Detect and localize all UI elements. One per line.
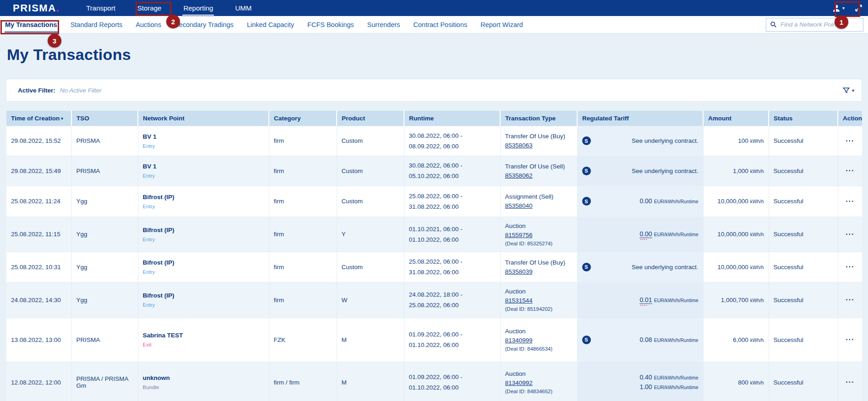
annotation-badge-1: 1 (835, 15, 848, 29)
transaction-id-link[interactable]: 85358062 (505, 172, 533, 179)
row-actions-button[interactable]: ··· (846, 230, 854, 238)
transaction-id-link[interactable]: 81559756 (505, 232, 533, 238)
annotation-badge-2: 2 (166, 15, 180, 28)
subnav-surrenders[interactable]: Surrenders (367, 17, 401, 33)
filter-label: Active Filter: (18, 87, 55, 94)
cell-time: 25.08.2022, 11:15 (6, 217, 71, 252)
annotation-badge-3: 3 (48, 34, 61, 48)
col-network-point[interactable]: Network Point (138, 111, 269, 126)
row-actions-button[interactable]: ··· (846, 197, 854, 205)
table-header-row: Time of Creation▾ TSO Network Point Cate… (6, 111, 862, 126)
cell-status: Successful (769, 186, 838, 217)
col-status[interactable]: Status (769, 111, 838, 126)
cell-status: Successful (769, 126, 838, 156)
subnav-auctions[interactable]: Auctions (135, 17, 162, 33)
cell-time: 29.08.2022, 15:49 (6, 156, 71, 186)
cell-actions: ··· (838, 156, 862, 186)
cell-transaction-type: Transfer Of Use (Sell)85358062 (500, 156, 577, 186)
prisma-logo[interactable]: PRISMA. (13, 0, 60, 16)
cell-regulated-tariff: S0.08EUR/kWh/h/Runtime (577, 318, 703, 362)
cell-regulated-tariff: 0.00EUR/kWh/h/Runtime (577, 217, 703, 252)
col-category[interactable]: Category (269, 111, 337, 126)
cell-time: 24.08.2022, 14:30 (6, 282, 71, 318)
cell-product: Y (337, 217, 404, 252)
cell-status: Successful (769, 318, 838, 362)
cell-tso: PRISMA (71, 318, 138, 362)
transaction-id-link[interactable]: 85358040 (505, 202, 533, 209)
cell-tso: Ygg (71, 282, 138, 318)
table-row: 29.08.2022, 15:49 PRISMA BV 1Entry firm … (6, 156, 862, 186)
cell-runtime: 01.09.2022, 06:00 - 01.10.2022, 06:00 (404, 362, 500, 401)
network-point-name: Bifrost (IP) (143, 227, 264, 233)
cell-regulated-tariff: S0.00EUR/kWh/h/Runtime (577, 186, 703, 217)
col-runtime[interactable]: Runtime (404, 111, 500, 126)
subnav-secondary-tradings[interactable]: Secondary Tradings (174, 17, 234, 33)
network-point-search (766, 18, 863, 32)
row-actions-button[interactable]: ··· (846, 137, 854, 145)
active-filter-bar: Active Filter: No Active Filter ▾ (6, 79, 862, 102)
tariff-value-with-note: 0.01 (639, 296, 652, 304)
row-actions-button[interactable]: ··· (846, 378, 854, 386)
col-time-of-creation[interactable]: Time of Creation▾ (6, 111, 71, 126)
cell-runtime: 24.08.2022, 18:00 - 25.08.2022, 06:00 (404, 282, 500, 318)
cell-category: FZK (269, 318, 337, 362)
col-transaction-type[interactable]: Transaction Type (500, 111, 577, 126)
table-row: 13.08.2022, 13:00 PRISMA Sabrina TESTExi… (6, 318, 862, 362)
cell-actions: ··· (838, 186, 862, 217)
cell-product: Custom (337, 126, 404, 156)
cell-amount: 10,000,000kWh/h (703, 186, 769, 217)
logo-dot: . (56, 2, 60, 14)
col-regulated-tariff[interactable]: Regulated Tariff (577, 111, 703, 126)
col-actions[interactable]: Actions (838, 111, 862, 126)
cell-tso: Ygg (71, 186, 138, 217)
cell-regulated-tariff: SSee underlying contract. (577, 126, 703, 156)
cell-product: W (337, 282, 404, 318)
row-actions-button[interactable]: ··· (846, 167, 854, 174)
transaction-id-link[interactable]: 85358039 (505, 268, 533, 275)
row-actions-button[interactable]: ··· (846, 296, 854, 303)
cell-runtime: 30.08.2022, 06:00 - 08.09.2022, 06:00 (404, 126, 500, 156)
cell-runtime: 25.08.2022, 06:00 - 31.08.2022, 06:00 (404, 252, 500, 282)
subnav-report-wizard[interactable]: Report Wizard (480, 17, 524, 33)
transaction-id-link[interactable]: 81531544 (505, 297, 533, 304)
tariff-value-with-note: 0.00 (639, 230, 652, 238)
row-actions-button[interactable]: ··· (846, 336, 854, 343)
transaction-id-link[interactable]: 81340992 (505, 379, 533, 386)
cell-regulated-tariff: 0.40EUR/kWh/h/Runtime1.00EUR/kWh/h/Runti… (577, 362, 703, 401)
col-amount[interactable]: Amount (703, 111, 769, 126)
cell-category: firm (269, 156, 337, 186)
cell-actions: ··· (838, 282, 862, 318)
transaction-id-link[interactable]: 85358063 (505, 142, 533, 149)
nav-reporting[interactable]: Reporting (182, 0, 214, 16)
table-row: 25.08.2022, 10:31 Ygg Bifrost (IP)Entry … (6, 252, 862, 282)
cell-transaction-type: Transfer Of Use (Buy)85358063 (500, 126, 577, 156)
cell-time: 25.08.2022, 10:31 (6, 252, 71, 282)
filter-funnel-icon (842, 87, 850, 94)
cell-regulated-tariff: 0.01EUR/kWh/h/Runtime (577, 282, 703, 318)
cell-product: M (337, 362, 404, 401)
transaction-id-link[interactable]: 81340999 (505, 337, 533, 344)
col-product[interactable]: Product (337, 111, 404, 126)
filter-menu-button[interactable]: ▾ (842, 87, 854, 94)
surcharge-icon: S (582, 336, 591, 344)
cell-category: firm / firm (269, 362, 337, 401)
cell-status: Successful (769, 362, 838, 401)
nav-transport[interactable]: Transport (85, 0, 116, 16)
cell-transaction-type: Transfer Of Use (Buy)85358039 (500, 252, 577, 282)
cell-status: Successful (769, 252, 838, 282)
network-point-name: Sabrina TEST (143, 332, 264, 339)
subnav-fcfs-bookings[interactable]: FCFS Bookings (307, 17, 355, 33)
row-actions-button[interactable]: ··· (846, 263, 854, 271)
nav-umm[interactable]: UMM (234, 0, 252, 16)
surcharge-icon: S (582, 263, 591, 271)
cell-amount: 10,000,000kWh/h (703, 217, 769, 252)
transactions-table: Time of Creation▾ TSO Network Point Cate… (6, 111, 862, 401)
table-row: 29.08.2022, 15:52 PRISMA BV 1Entry firm … (6, 126, 862, 156)
subnav-standard-reports[interactable]: Standard Reports (70, 17, 123, 33)
cell-amount: 800kWh/h (703, 362, 769, 401)
cell-runtime: 01.09.2022, 06:00 - 01.10.2022, 06:00 (404, 318, 500, 362)
subnav-linked-capacity[interactable]: Linked Capacity (246, 17, 295, 33)
col-tso[interactable]: TSO (71, 111, 138, 126)
subnav-contract-positions[interactable]: Contract Positions (413, 17, 468, 33)
cell-network-point: Sabrina TESTExit (138, 318, 269, 362)
